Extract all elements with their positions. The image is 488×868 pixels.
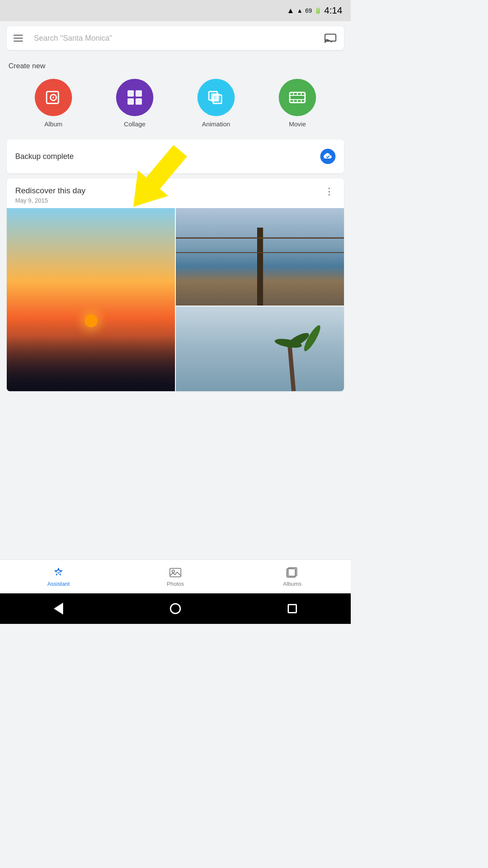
create-options-row: Album Collage A	[8, 79, 342, 128]
svg-rect-23	[170, 568, 181, 577]
pier-rail-element	[176, 237, 344, 239]
album-icon	[44, 88, 63, 107]
sun-element	[85, 314, 97, 327]
svg-rect-7	[128, 98, 134, 105]
create-album-option[interactable]: Album	[35, 79, 72, 128]
album-circle	[35, 79, 72, 116]
rediscover-header: Rediscover this day May 9, 2015 ⋮	[7, 178, 344, 208]
album-label: Album	[44, 120, 63, 128]
battery-icon-label: 🔋	[314, 7, 322, 14]
rediscover-title: Rediscover this day	[15, 186, 86, 195]
svg-rect-5	[128, 90, 134, 97]
albums-nav-label: Albums	[283, 581, 301, 587]
collage-icon	[125, 88, 144, 107]
create-movie-option[interactable]: Movie	[279, 79, 316, 128]
hamburger-line	[14, 35, 23, 36]
signal-icon: ▲	[297, 7, 303, 14]
photo-pier[interactable]	[176, 208, 344, 306]
animation-circle	[197, 79, 235, 116]
movie-circle	[279, 79, 316, 116]
svg-rect-11	[211, 93, 219, 102]
collage-circle	[116, 79, 153, 116]
create-new-title: Create new	[8, 62, 342, 70]
recents-button[interactable]	[284, 600, 301, 617]
status-time: 4:14	[324, 5, 342, 16]
movie-icon	[288, 88, 307, 107]
rediscover-date: May 9, 2015	[15, 197, 86, 204]
photo-sunset[interactable]	[7, 208, 175, 391]
nav-item-assistant[interactable]: Assistant	[0, 566, 117, 587]
photos-icon	[169, 566, 182, 579]
albums-icon	[286, 566, 299, 579]
collage-label: Collage	[124, 120, 146, 128]
animation-icon	[207, 88, 225, 107]
backup-card: Backup complete	[7, 139, 344, 173]
recents-icon	[288, 604, 297, 613]
back-button[interactable]	[50, 600, 67, 617]
search-placeholder[interactable]: Search "Santa Monica"	[34, 34, 324, 43]
svg-rect-8	[136, 98, 142, 105]
palm-trunk-element	[287, 340, 296, 391]
battery-percent: 69	[305, 7, 312, 14]
svg-rect-6	[136, 90, 142, 97]
backup-text: Backup complete	[15, 152, 74, 161]
pier-rail2-element	[176, 252, 344, 253]
status-icons: ▲ ▲ 69 🔋 4:14	[287, 5, 342, 16]
nav-item-photos[interactable]: Photos	[117, 566, 234, 587]
svg-point-4	[53, 97, 54, 98]
svg-point-22	[56, 570, 61, 575]
menu-button[interactable]	[14, 31, 27, 45]
photo-grid	[7, 208, 344, 391]
animation-label: Animation	[202, 120, 230, 128]
create-collage-option[interactable]: Collage	[116, 79, 153, 128]
nav-item-albums[interactable]: Albums	[234, 566, 351, 587]
back-icon	[54, 603, 63, 615]
create-animation-option[interactable]: Animation	[197, 79, 235, 128]
create-new-section: Create new Album	[0, 55, 351, 139]
assistant-nav-label: Assistant	[47, 581, 70, 587]
svg-point-24	[172, 570, 175, 573]
status-bar: ▲ ▲ 69 🔋 4:14	[0, 0, 351, 21]
home-button[interactable]	[167, 600, 184, 617]
bottom-navigation: Assistant Photos Albums	[0, 559, 351, 593]
search-bar: Search "Santa Monica"	[7, 26, 344, 50]
wifi-icon: ▲	[287, 6, 294, 15]
movie-label: Movie	[289, 120, 306, 128]
hamburger-line	[14, 38, 23, 39]
cast-button[interactable]	[324, 31, 337, 45]
cast-icon	[324, 33, 336, 43]
system-navigation-bar	[0, 593, 351, 624]
more-options-button[interactable]: ⋮	[323, 186, 336, 197]
cloud-check-icon	[320, 149, 336, 164]
hamburger-line	[14, 41, 23, 42]
assistant-icon	[52, 566, 65, 579]
rediscover-info: Rediscover this day May 9, 2015	[15, 186, 86, 204]
rediscover-card: Rediscover this day May 9, 2015 ⋮	[7, 178, 344, 391]
home-icon	[170, 603, 181, 614]
photos-nav-label: Photos	[167, 581, 184, 587]
pier-post-element	[257, 228, 263, 306]
photo-palm[interactable]	[176, 306, 344, 391]
